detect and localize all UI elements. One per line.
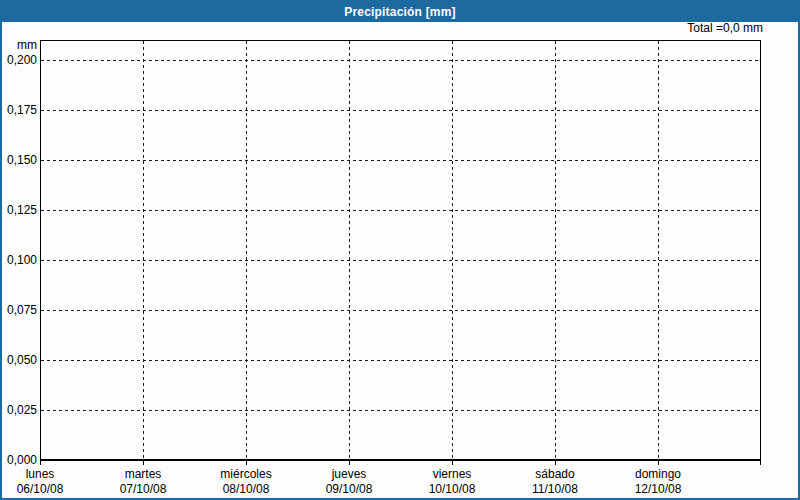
x-axis-tick [760, 461, 761, 465]
chart-window: Precipitación [mm] Total =0,0 mm mm 0,20… [0, 0, 800, 500]
v-gridline [246, 41, 247, 459]
x-tick-label: domingo12/10/08 [607, 467, 709, 497]
y-tick-label: 0,125 [2, 203, 37, 217]
x-date-label: 11/10/08 [504, 482, 606, 497]
x-axis-tick [349, 461, 350, 465]
x-day-label: jueves [298, 467, 400, 482]
h-gridline [41, 410, 760, 411]
x-day-label: miércoles [195, 467, 297, 482]
x-tick-label: lunes06/10/08 [0, 467, 91, 497]
chart-title: Precipitación [mm] [344, 5, 456, 19]
h-gridline [41, 210, 760, 211]
x-date-label: 10/10/08 [401, 482, 503, 497]
y-tick-label: 0,175 [2, 103, 37, 117]
h-gridline [41, 260, 760, 261]
y-tick-label: 0,075 [2, 303, 37, 317]
x-date-label: 09/10/08 [298, 482, 400, 497]
v-gridline [452, 41, 453, 459]
x-axis-tick [40, 461, 41, 465]
y-tick-label: 0,000 [2, 453, 37, 467]
x-day-label: sábado [504, 467, 606, 482]
x-day-label: martes [92, 467, 194, 482]
x-date-label: 08/10/08 [195, 482, 297, 497]
x-axis-tick [452, 461, 453, 465]
v-gridline [555, 41, 556, 459]
chart-title-bar: Precipitación [mm] [2, 2, 798, 22]
h-gridline [41, 310, 760, 311]
y-tick-label: 0,050 [2, 353, 37, 367]
x-date-label: 07/10/08 [92, 482, 194, 497]
h-gridline [41, 360, 760, 361]
x-date-label: 06/10/08 [0, 482, 91, 497]
h-gridline [41, 110, 760, 111]
y-tick-label: 0,200 [2, 53, 37, 67]
y-tick-label: 0,025 [2, 403, 37, 417]
x-axis-tick [555, 461, 556, 465]
x-axis-tick [658, 461, 659, 465]
x-day-label: lunes [0, 467, 91, 482]
x-tick-label: sábado11/10/08 [504, 467, 606, 497]
y-tick-label: 0,100 [2, 253, 37, 267]
x-tick-label: martes07/10/08 [92, 467, 194, 497]
x-tick-label: jueves09/10/08 [298, 467, 400, 497]
h-gridline [41, 160, 760, 161]
v-gridline [349, 41, 350, 459]
y-tick-label: 0,150 [2, 153, 37, 167]
x-axis-tick [246, 461, 247, 465]
h-gridline [41, 60, 760, 61]
x-tick-label: miércoles08/10/08 [195, 467, 297, 497]
total-annotation: Total =0,0 mm [687, 21, 763, 35]
plot-area [40, 40, 761, 461]
x-axis-tick [143, 461, 144, 465]
v-gridline [658, 41, 659, 459]
v-gridline [143, 41, 144, 459]
y-axis-unit-label: mm [2, 38, 37, 52]
x-day-label: viernes [401, 467, 503, 482]
x-date-label: 12/10/08 [607, 482, 709, 497]
x-day-label: domingo [607, 467, 709, 482]
x-tick-label: viernes10/10/08 [401, 467, 503, 497]
